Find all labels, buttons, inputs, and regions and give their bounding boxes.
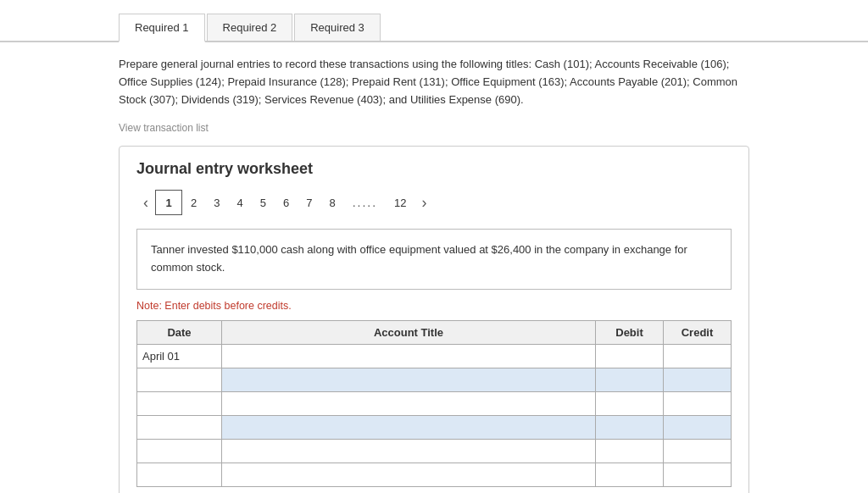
- account-input[interactable]: [222, 345, 595, 368]
- date-cell: [137, 463, 222, 486]
- date-cell: [137, 368, 222, 391]
- col-header-credit: Credit: [664, 320, 732, 344]
- page-7[interactable]: 7: [298, 193, 320, 213]
- account-title-cell[interactable]: [222, 368, 596, 391]
- note-text: Note: Enter debits before credits.: [136, 300, 732, 312]
- account-title-cell[interactable]: [222, 391, 596, 415]
- worksheet-card: Journal entry worksheet ‹ 1 2 3 4 5 6 7 …: [119, 146, 749, 493]
- view-transaction-link[interactable]: View transaction list: [119, 122, 749, 134]
- account-input[interactable]: [222, 463, 595, 486]
- credit-input[interactable]: [664, 463, 731, 486]
- page-1[interactable]: 1: [155, 190, 182, 215]
- credit-input[interactable]: [664, 416, 731, 439]
- page-12[interactable]: 12: [386, 193, 415, 213]
- description-text: Prepare general journal entries to recor…: [119, 56, 749, 108]
- journal-table: Date Account Title Debit Credit April 01: [136, 320, 732, 487]
- debit-cell[interactable]: [596, 344, 664, 368]
- account-input[interactable]: [222, 440, 595, 463]
- credit-input[interactable]: [664, 345, 731, 368]
- debit-cell[interactable]: [596, 391, 664, 415]
- col-header-date: Date: [137, 320, 222, 344]
- credit-input[interactable]: [664, 392, 731, 415]
- debit-input[interactable]: [596, 345, 663, 368]
- debit-input[interactable]: [596, 416, 663, 439]
- date-cell: [137, 391, 222, 415]
- account-input[interactable]: [222, 368, 595, 391]
- pagination: ‹ 1 2 3 4 5 6 7 8 ..... 12 ›: [136, 190, 732, 215]
- page-ellipsis: .....: [344, 192, 386, 213]
- credit-cell[interactable]: [664, 415, 732, 439]
- tab-required-2[interactable]: Required 2: [207, 14, 293, 41]
- credit-cell[interactable]: [664, 368, 732, 391]
- transaction-description: Tanner invested $110,000 cash along with…: [136, 229, 732, 290]
- date-cell: [137, 415, 222, 439]
- credit-cell[interactable]: [664, 439, 732, 463]
- table-row: [137, 439, 732, 463]
- account-title-cell[interactable]: [222, 415, 596, 439]
- prev-page-arrow[interactable]: ‹: [136, 191, 155, 215]
- account-title-cell[interactable]: [222, 344, 596, 368]
- debit-cell[interactable]: [596, 439, 664, 463]
- table-row: [137, 391, 732, 415]
- account-title-cell[interactable]: [222, 439, 596, 463]
- col-header-account: Account Title: [222, 320, 596, 344]
- page-8[interactable]: 8: [320, 193, 343, 213]
- tab-required-3[interactable]: Required 3: [294, 14, 381, 41]
- main-content: Prepare general journal entries to recor…: [0, 42, 868, 493]
- table-row: April 01: [137, 344, 732, 368]
- credit-cell[interactable]: [664, 391, 732, 415]
- credit-cell[interactable]: [664, 463, 732, 486]
- tab-required-1[interactable]: Required 1: [119, 14, 205, 42]
- debit-input[interactable]: [596, 392, 663, 415]
- page-4[interactable]: 4: [228, 193, 251, 213]
- credit-cell[interactable]: [664, 344, 732, 368]
- debit-input[interactable]: [596, 463, 663, 486]
- table-row: [137, 415, 732, 439]
- tab-bar: Required 1 Required 2 Required 3: [0, 0, 868, 42]
- credit-input[interactable]: [664, 440, 731, 463]
- debit-input[interactable]: [596, 368, 663, 391]
- credit-input[interactable]: [664, 368, 731, 391]
- page-2[interactable]: 2: [182, 193, 205, 213]
- worksheet-title: Journal entry worksheet: [136, 160, 732, 178]
- account-input[interactable]: [222, 392, 595, 415]
- page-6[interactable]: 6: [275, 193, 298, 213]
- col-header-debit: Debit: [596, 320, 664, 344]
- account-title-cell[interactable]: [222, 463, 596, 486]
- date-cell: April 01: [137, 344, 222, 368]
- debit-input[interactable]: [596, 440, 663, 463]
- next-page-arrow[interactable]: ›: [415, 191, 434, 215]
- page-5[interactable]: 5: [252, 193, 275, 213]
- page-3[interactable]: 3: [205, 193, 228, 213]
- date-cell: [137, 439, 222, 463]
- debit-cell[interactable]: [596, 368, 664, 391]
- debit-cell[interactable]: [596, 415, 664, 439]
- table-row: [137, 368, 732, 391]
- account-input[interactable]: [222, 416, 595, 439]
- table-row: [137, 463, 732, 486]
- debit-cell[interactable]: [596, 463, 664, 486]
